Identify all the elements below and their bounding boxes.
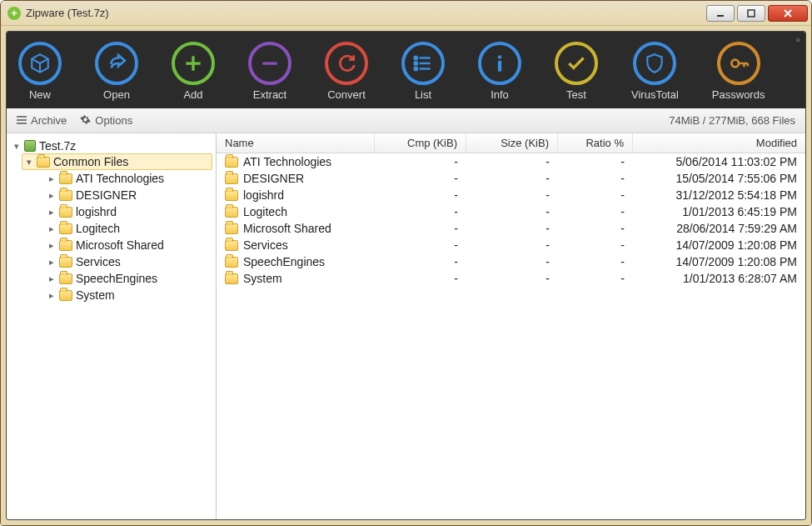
folder-icon (225, 207, 238, 218)
close-button[interactable] (768, 5, 808, 22)
maximize-button[interactable] (737, 5, 765, 22)
list-header[interactable]: Name Cmp (KiB) Size (KiB) Ratio % Modifi… (217, 133, 805, 153)
cell-ratio: - (558, 153, 633, 170)
tree-node[interactable]: ▸Microsoft Shared (40, 237, 212, 253)
cell-modified: 14/07/2009 1:20:08 PM (633, 237, 805, 253)
toolbar-item-label: Extract (253, 88, 286, 101)
cell-cmp: - (375, 170, 466, 187)
cell-cmp: - (375, 153, 466, 170)
list-row[interactable]: Services---14/07/2009 1:20:08 PM (217, 237, 805, 253)
tree-root-node[interactable]: ▾ Test.7z (10, 138, 212, 153)
options-menu-label: Options (95, 114, 132, 127)
folder-icon (59, 257, 72, 268)
tree-node[interactable]: ▸DESIGNER (40, 187, 212, 203)
cell-ratio: - (558, 187, 633, 203)
col-header-modified[interactable]: Modified (633, 133, 805, 153)
col-header-name[interactable]: Name (217, 133, 375, 153)
list-row[interactable]: System---1/01/2013 6:28:07 AM (217, 270, 805, 287)
toolbar-list-button[interactable]: List (401, 42, 445, 101)
col-header-ratio[interactable]: Ratio % (558, 133, 633, 153)
list-row[interactable]: logishrd---31/12/2012 5:54:18 PM (217, 187, 805, 203)
toolbar-info-button[interactable]: Info (478, 42, 521, 101)
list-row[interactable]: SpeechEngines---14/07/2009 1:20:08 PM (217, 253, 805, 270)
titlebar[interactable]: + Zipware (Test.7z) (1, 1, 811, 26)
col-header-size[interactable]: Size (KiB) (466, 133, 558, 153)
tree-node-label: Common Files (53, 155, 128, 168)
list-row[interactable]: ATI Technologies---5/06/2014 11:03:02 PM (217, 153, 805, 170)
list-row[interactable]: DESIGNER---15/05/2014 7:55:06 PM (217, 170, 805, 187)
tree-node[interactable]: ▸logishrd (40, 203, 212, 220)
cell-name: DESIGNER (243, 172, 304, 185)
expand-icon[interactable]: ▸ (47, 208, 56, 217)
tree-node[interactable]: ▸System (40, 287, 212, 303)
expand-icon[interactable]: ▸ (47, 291, 56, 300)
toolbar-item-label: Info (491, 88, 509, 101)
tree-root-label: Test.7z (39, 139, 76, 153)
cell-modified: 31/12/2012 5:54:18 PM (633, 187, 805, 203)
expand-icon[interactable]: ▸ (47, 274, 56, 283)
tree-node-label: Services (76, 255, 121, 268)
toolbar-overflow-icon[interactable]: » (795, 35, 800, 44)
toolbar-new-button[interactable]: New (18, 42, 62, 101)
tree-node-label: SpeechEngines (76, 272, 157, 285)
folder-icon (225, 240, 238, 251)
expand-icon[interactable]: ▸ (47, 174, 56, 183)
main-toolbar: » NewOpenAddExtractConvertListInfoTestVi… (7, 32, 805, 108)
plus-icon (172, 42, 215, 85)
tree-node-label: logishrd (76, 205, 117, 218)
folder-icon (59, 290, 72, 301)
tree-node-selected[interactable]: ▾ Common Files (22, 153, 212, 170)
cell-size: - (466, 153, 558, 170)
toolbar-test-button[interactable]: Test (555, 42, 598, 101)
collapse-icon[interactable]: ▾ (24, 158, 33, 167)
col-header-cmp[interactable]: Cmp (KiB) (375, 133, 466, 153)
tree-node[interactable]: ▸Logitech (40, 220, 212, 237)
cell-ratio: - (558, 203, 633, 220)
toolbar-open-button[interactable]: Open (95, 42, 138, 101)
cell-cmp: - (375, 237, 466, 253)
options-menu[interactable]: Options (80, 114, 132, 128)
toolbar-extract-button[interactable]: Extract (248, 42, 291, 101)
toolbar-add-button[interactable]: Add (172, 42, 215, 101)
expand-icon[interactable]: ▸ (47, 241, 56, 250)
cell-cmp: - (375, 203, 466, 220)
expand-icon[interactable]: ▸ (47, 191, 56, 200)
folder-icon (59, 207, 72, 218)
cell-modified: 1/01/2013 6:28:07 AM (633, 270, 805, 287)
list-row[interactable]: Microsoft Shared---28/06/2014 7:59:29 AM (217, 220, 805, 237)
svg-rect-1 (748, 10, 755, 17)
tree-sub-container: ▸ATI Technologies▸DESIGNER▸logishrd▸Logi… (40, 170, 212, 303)
collapse-icon[interactable]: ▾ (12, 142, 21, 151)
cell-ratio: - (558, 253, 633, 270)
list-row[interactable]: Logitech---1/01/2013 6:45:19 PM (217, 203, 805, 220)
expand-icon[interactable]: ▸ (47, 224, 56, 233)
toolbar-item-label: Add (183, 88, 202, 101)
app-icon: + (7, 7, 21, 20)
tree-node[interactable]: ▸Services (40, 253, 212, 270)
info-icon (478, 42, 521, 85)
tree-pane[interactable]: ▾ Test.7z ▾ Common Files ▸ATI Technologi… (7, 133, 217, 519)
cell-name: Services (243, 238, 288, 252)
tree-node[interactable]: ▸ATI Technologies (40, 170, 212, 187)
minimize-button[interactable] (706, 5, 735, 22)
tree-node-label: Logitech (76, 222, 120, 235)
cell-modified: 1/01/2013 6:45:19 PM (633, 203, 805, 220)
expand-icon[interactable]: ▸ (47, 258, 56, 267)
cell-ratio: - (558, 220, 633, 237)
tree-node[interactable]: ▸SpeechEngines (40, 270, 212, 287)
toolbar-convert-button[interactable]: Convert (325, 42, 368, 101)
folder-icon (59, 240, 72, 251)
cube-icon (18, 42, 62, 85)
cell-ratio: - (558, 170, 633, 187)
share-icon (95, 42, 138, 85)
folder-icon (37, 157, 50, 168)
cycle-icon (325, 42, 368, 85)
list-body[interactable]: ATI Technologies---5/06/2014 11:03:02 PM… (217, 153, 805, 519)
sub-toolbar: Archive Options 74MiB / 277MiB, 668 File… (7, 108, 805, 133)
svg-point-11 (415, 62, 417, 64)
svg-point-15 (731, 59, 739, 67)
svg-point-12 (415, 67, 417, 69)
toolbar-passwords-button[interactable]: Passwords (712, 42, 765, 101)
archive-menu[interactable]: Archive (17, 114, 67, 127)
toolbar-virustotal-button[interactable]: VirusTotal (631, 42, 679, 101)
